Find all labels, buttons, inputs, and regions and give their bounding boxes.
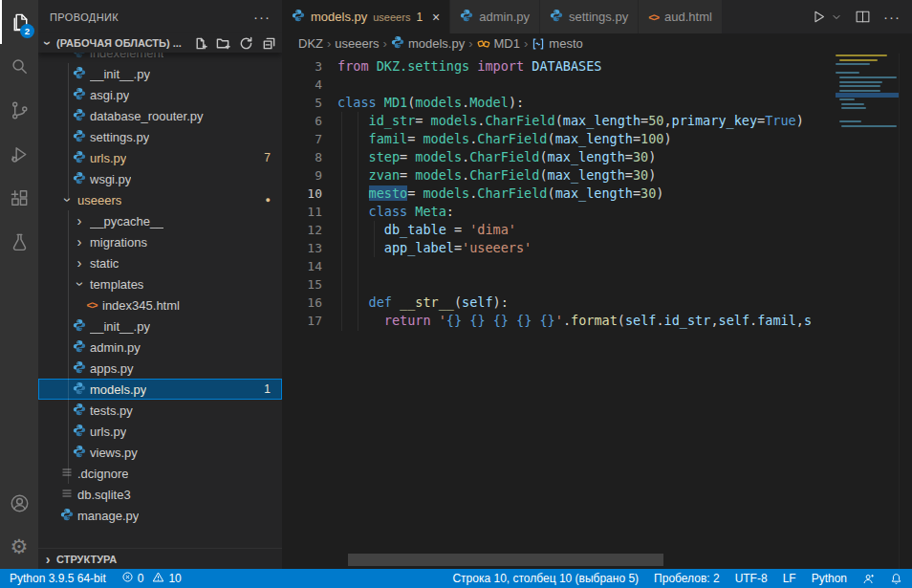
tree-folder--pycache-[interactable]: ›__pycache__ — [38, 210, 282, 231]
extensions-icon[interactable] — [0, 176, 38, 220]
breadcrumb-item-mesto[interactable]: mesto — [532, 36, 582, 51]
tab-aud-html[interactable]: <>aud.html — [639, 0, 723, 33]
close-icon[interactable]: × — [432, 10, 440, 25]
tree-file--dcignore[interactable]: .dcignore — [38, 463, 282, 484]
line-number: 10 — [282, 185, 322, 203]
minimap-line — [839, 85, 880, 87]
python-interpreter-status[interactable]: Python 3.9.5 64-bit — [10, 572, 106, 585]
code-line-17[interactable]: 17 return '{} {} {} {} {}'.format(self.i… — [282, 312, 836, 330]
chevron-right-icon: › — [42, 552, 54, 567]
line-number: 7 — [282, 130, 322, 148]
tree-item-label: database_roouter.py — [90, 109, 204, 123]
code-text: return '{} {} {} {} {}'.format(self.id_s… — [337, 312, 812, 330]
code-line-5[interactable]: 5class MD1(models.Model): — [282, 94, 836, 112]
code-line-15[interactable]: 15 — [282, 275, 836, 294]
tree-file--init-py[interactable]: __init__.py — [38, 316, 282, 337]
split-editor-icon[interactable] — [855, 9, 871, 25]
code-line-13[interactable]: 13 app_label='useeers' — [282, 239, 836, 257]
breadcrumb-item-md1[interactable]: MD1 — [477, 36, 520, 51]
new-folder-icon[interactable] — [215, 35, 230, 51]
tree-file--init-py[interactable]: __init__.py — [38, 63, 282, 84]
search-icon[interactable] — [0, 44, 38, 88]
feedback-icon[interactable] — [862, 573, 875, 585]
horizontal-scrollbar[interactable] — [348, 554, 663, 566]
views-more-actions-icon[interactable]: ··· — [253, 9, 271, 25]
tree-file-wsgi-py[interactable]: wsgi.py — [38, 168, 282, 189]
breadcrumb-item-useeers[interactable]: useeers — [335, 36, 379, 51]
more-actions-icon[interactable]: ··· — [883, 9, 901, 25]
encoding-status[interactable]: UTF-8 — [735, 572, 768, 585]
tree-file-indexelement[interactable]: indexelement — [38, 53, 282, 63]
explorer-icon[interactable]: 2 — [0, 0, 38, 44]
indentation-status[interactable]: Пробелов: 2 — [654, 572, 720, 585]
breadcrumb-separator: › — [383, 36, 387, 51]
tree-file-urls-py[interactable]: urls.py7 — [38, 147, 282, 168]
code-text: from DKZ.settings import DATABASES — [337, 57, 601, 76]
tree-file-index345-html[interactable]: <>index345.html — [38, 294, 282, 316]
run-icon[interactable] — [811, 9, 827, 25]
outline-section-header[interactable]: › СТРУКТУРА — [38, 548, 282, 569]
run-dropdown-icon[interactable] — [831, 11, 842, 23]
breadcrumb-item-models-py[interactable]: models.py — [391, 35, 465, 52]
python-file-icon — [73, 53, 86, 61]
python-file-icon — [73, 339, 86, 356]
breadcrumb-item-dkz[interactable]: DKZ — [298, 36, 323, 51]
explorer-title: ПРОВОДНИК — [50, 11, 119, 23]
problems-status[interactable]: 0 10 — [121, 571, 182, 586]
code-line-14[interactable]: 14 — [282, 257, 836, 275]
eol-status[interactable]: LF — [783, 572, 796, 585]
workspace-section-header[interactable]: › (РАБОЧАЯ ОБЛАСТЬ) ... — [38, 33, 282, 53]
code-editor[interactable]: 3from DKZ.settings import DATABASES45cla… — [282, 54, 836, 569]
tree-folder-migrations[interactable]: ›migrations — [38, 231, 282, 252]
tab-models-py[interactable]: models.pyuseeers1× — [282, 0, 450, 33]
html-file-icon: <> — [648, 11, 659, 23]
code-line-11[interactable]: 11 class Meta: — [282, 203, 836, 221]
python-symbol-icon — [391, 35, 404, 52]
settings-gear-icon[interactable]: ⚙ — [0, 525, 38, 569]
code-line-6[interactable]: 6 id_str= models.CharField(max_length=50… — [282, 112, 836, 130]
code-line-12[interactable]: 12 db_table = 'dima' — [282, 221, 836, 239]
code-line-9[interactable]: 9 zvan= models.CharField(max_length=30) — [282, 166, 836, 185]
tree-file-db-sqlite3[interactable]: db.sqlite3 — [38, 484, 282, 505]
minimap[interactable] — [836, 54, 899, 129]
tree-folder-templates[interactable]: ›templates — [38, 273, 282, 294]
code-line-3[interactable]: 3from DKZ.settings import DATABASES — [282, 57, 836, 76]
vscode-window: 2⚙ ПРОВОДНИК ··· › (РАБОЧАЯ ОБЛАСТЬ) ...… — [0, 0, 912, 588]
language-mode-status[interactable]: Python — [812, 572, 847, 585]
tree-folder-useeers[interactable]: ›useeers● — [38, 189, 282, 210]
new-file-icon[interactable] — [192, 35, 207, 51]
tree-file-database-roouter-py[interactable]: database_roouter.py — [38, 105, 282, 126]
tree-file-tests-py[interactable]: tests.py — [38, 400, 282, 421]
testing-icon[interactable] — [0, 220, 38, 264]
account-icon[interactable] — [0, 481, 38, 525]
tree-file-views-py[interactable]: views.py — [38, 442, 282, 463]
breadcrumb-label: mesto — [549, 36, 582, 51]
tree-file-urls-py[interactable]: urls.py — [38, 421, 282, 442]
tree-file-admin-py[interactable]: admin.py — [38, 337, 282, 358]
refresh-icon[interactable] — [238, 35, 253, 51]
code-line-8[interactable]: 8 step= models.CharField(max_length=30) — [282, 148, 836, 166]
tab-settings-py[interactable]: settings.py — [540, 0, 639, 33]
tree-file-settings-py[interactable]: settings.py — [38, 126, 282, 147]
cursor-position-status[interactable]: Строка 10, столбец 10 (выбрано 5) — [452, 572, 639, 585]
breadcrumb-label: useeers — [335, 36, 379, 51]
code-text: app_label='useeers' — [337, 239, 532, 257]
tree-file-models-py[interactable]: models.py1 — [38, 379, 282, 400]
tree-file-apps-py[interactable]: apps.py — [38, 358, 282, 379]
code-line-4[interactable]: 4 — [282, 76, 836, 94]
code-line-7[interactable]: 7 famil= models.CharField(max_length=100… — [282, 130, 836, 148]
tree-file-manage-py[interactable]: manage.py — [38, 505, 282, 526]
line-number: 13 — [282, 239, 322, 257]
code-line-16[interactable]: 16 def __str__(self): — [282, 294, 836, 312]
source-control-icon[interactable] — [0, 88, 38, 132]
run-debug-icon[interactable] — [0, 132, 38, 176]
code-line-10[interactable]: 10 mesto= models.CharField(max_length=30… — [282, 185, 836, 203]
notifications-bell-icon[interactable] — [890, 573, 902, 585]
tab-bar: models.pyuseeers1×admin.pysettings.py<>a… — [282, 0, 912, 33]
vertical-scrollbar[interactable] — [899, 54, 912, 569]
tree-folder-static[interactable]: ›static — [38, 252, 282, 273]
tree-file-asgi-py[interactable]: asgi.py — [38, 84, 282, 105]
python-version-label: Python 3.9.5 64-bit — [10, 572, 106, 585]
collapse-all-icon[interactable] — [261, 35, 276, 51]
tab-admin-py[interactable]: admin.py — [450, 0, 540, 33]
